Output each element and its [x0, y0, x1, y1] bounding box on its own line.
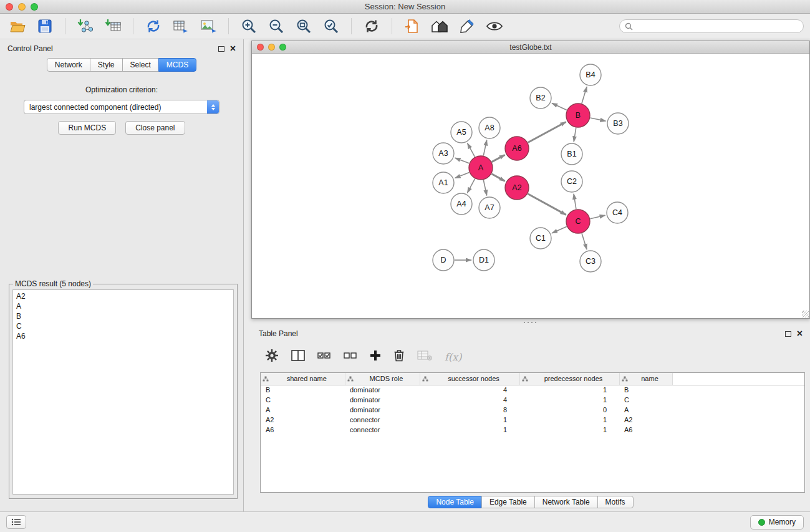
memory-button[interactable]: Memory	[750, 515, 804, 530]
graph-edge-A-A7[interactable]	[483, 180, 486, 196]
zoom-out-button[interactable]	[265, 16, 287, 37]
tab-mcds[interactable]: MCDS	[158, 58, 196, 72]
table-cell[interactable]: 1	[519, 395, 619, 405]
network-canvas[interactable]: B4B2BB3A8A5A6A3B1AC2A1A2A4A7C4CC1DD1C3	[252, 54, 809, 318]
column-header-name[interactable]: name	[619, 373, 672, 385]
table-cell[interactable]: 1	[420, 415, 519, 425]
table-row[interactable]: Adominator80A	[261, 405, 804, 415]
unselect-all-button[interactable]	[344, 351, 357, 362]
table-cell[interactable]: 1	[420, 425, 519, 435]
zoom-selected-button[interactable]	[320, 16, 342, 37]
graph-node-B1[interactable]: B1	[561, 143, 582, 165]
graph-edge-C-C3[interactable]	[582, 233, 587, 249]
table-cell[interactable]: dominator	[345, 385, 420, 395]
apply-layout-button[interactable]	[360, 16, 383, 37]
search-input[interactable]	[636, 22, 798, 31]
graph-node-B2[interactable]: B2	[530, 87, 551, 109]
table-cell[interactable]: A	[261, 405, 345, 415]
table-row[interactable]: A6connector11A6	[261, 425, 804, 435]
tab-style[interactable]: Style	[90, 58, 123, 72]
search-box[interactable]	[619, 19, 804, 33]
table-cell[interactable]: 1	[519, 415, 619, 425]
table-cell[interactable]: 8	[420, 405, 519, 415]
table-cell[interactable]: C	[619, 395, 672, 405]
graph-node-D1[interactable]: D1	[473, 249, 494, 271]
graph-edge-A6-B[interactable]	[528, 122, 566, 143]
create-table-button[interactable]	[170, 16, 192, 37]
graph-node-B3[interactable]: B3	[607, 113, 629, 134]
graph-node-A6[interactable]: A6	[505, 137, 529, 160]
graph-node-A8[interactable]: A8	[479, 117, 500, 138]
table-cell[interactable]: B	[619, 385, 672, 395]
graph-edge-A-A3[interactable]	[455, 158, 470, 163]
tab-node-table[interactable]: Node Table	[428, 496, 482, 508]
table-cell[interactable]: 4	[420, 395, 519, 405]
close-window-button[interactable]	[6, 3, 13, 11]
add-entry-button[interactable]	[370, 350, 381, 364]
table-row[interactable]: A2connector11A2	[261, 415, 804, 425]
graph-edge-B-B1[interactable]	[574, 128, 576, 142]
column-header-predecessor-nodes[interactable]: predecessor nodes	[519, 373, 619, 385]
table-cell[interactable]: dominator	[345, 405, 420, 415]
zoom-in-button[interactable]	[238, 16, 260, 37]
graph-node-A[interactable]: A	[469, 156, 493, 180]
table-settings-button[interactable]	[265, 349, 279, 365]
table-row[interactable]: Cdominator41C	[261, 395, 804, 405]
select-all-button[interactable]	[317, 351, 331, 362]
graph-node-A5[interactable]: A5	[451, 122, 472, 143]
table-row[interactable]: Bdominator41B	[261, 385, 804, 395]
graph-node-A2[interactable]: A2	[505, 176, 529, 200]
table-cell[interactable]: A6	[261, 425, 345, 435]
run-mcds-button[interactable]: Run MCDS	[58, 121, 116, 135]
graph-edge-B-B4[interactable]	[582, 87, 587, 104]
tab-network-table[interactable]: Network Table	[534, 496, 598, 508]
zoom-network-button[interactable]	[279, 44, 286, 51]
tab-select[interactable]: Select	[122, 58, 159, 72]
task-history-button[interactable]	[6, 515, 26, 529]
import-table-button[interactable]	[102, 16, 124, 37]
split-panel-button[interactable]	[291, 350, 305, 364]
open-file-button[interactable]	[401, 16, 423, 37]
minimize-network-button[interactable]	[268, 44, 275, 51]
graph-edge-A2-C[interactable]	[528, 194, 566, 215]
tab-motifs[interactable]: Motifs	[597, 496, 634, 508]
graph-node-A1[interactable]: A1	[433, 172, 454, 193]
graph-node-C1[interactable]: C1	[530, 228, 551, 249]
import-network-button[interactable]	[74, 16, 97, 37]
float-table-panel-icon[interactable]	[785, 331, 791, 337]
node-table[interactable]: shared name MCDS role successor nodes pr…	[260, 372, 805, 493]
open-session-button[interactable]	[6, 16, 29, 37]
graph-edge-B-B2[interactable]	[552, 104, 567, 110]
graph-node-A3[interactable]: A3	[433, 143, 454, 164]
table-cell[interactable]: connector	[345, 425, 420, 435]
mcds-result-item[interactable]: C	[16, 321, 230, 331]
window-titlebar[interactable]: Session: New Session	[0, 0, 810, 14]
horizontal-splitter[interactable]	[251, 319, 810, 326]
resize-grip[interactable]	[802, 311, 809, 317]
graph-edge-C-C4[interactable]	[591, 215, 605, 218]
mcds-result-list[interactable]: A2ABCA6	[12, 289, 234, 495]
toggle-view-button[interactable]	[483, 16, 506, 37]
graph-edge-A-A2[interactable]	[492, 174, 505, 181]
graph-node-C[interactable]: C	[566, 210, 590, 233]
table-cell[interactable]: B	[261, 385, 345, 395]
zoom-fit-button[interactable]	[292, 16, 315, 37]
table-cell[interactable]: 1	[519, 425, 619, 435]
graph-edge-A-A6[interactable]	[492, 155, 505, 162]
table-cell[interactable]: 4	[420, 385, 519, 395]
graph-node-C4[interactable]: C4	[607, 202, 628, 223]
table-cell[interactable]: dominator	[345, 395, 420, 405]
graph-edge-C-C1[interactable]	[552, 226, 567, 233]
table-cell[interactable]: A	[619, 405, 672, 415]
mcds-result-item[interactable]: A	[16, 301, 230, 311]
tab-network[interactable]: Network	[47, 58, 90, 72]
close-network-button[interactable]	[257, 44, 264, 51]
clone-network-button[interactable]	[142, 16, 165, 37]
criterion-dropdown[interactable]: largest connected component (directed)	[24, 100, 219, 114]
graph-edge-A-A1[interactable]	[455, 172, 470, 178]
graph-edge-A-A4[interactable]	[467, 179, 475, 193]
graph-node-C2[interactable]: C2	[561, 171, 582, 192]
column-header-successor-nodes[interactable]: successor nodes	[420, 373, 519, 385]
home-button[interactable]	[428, 16, 451, 37]
graph-edge-A-A8[interactable]	[483, 140, 486, 156]
